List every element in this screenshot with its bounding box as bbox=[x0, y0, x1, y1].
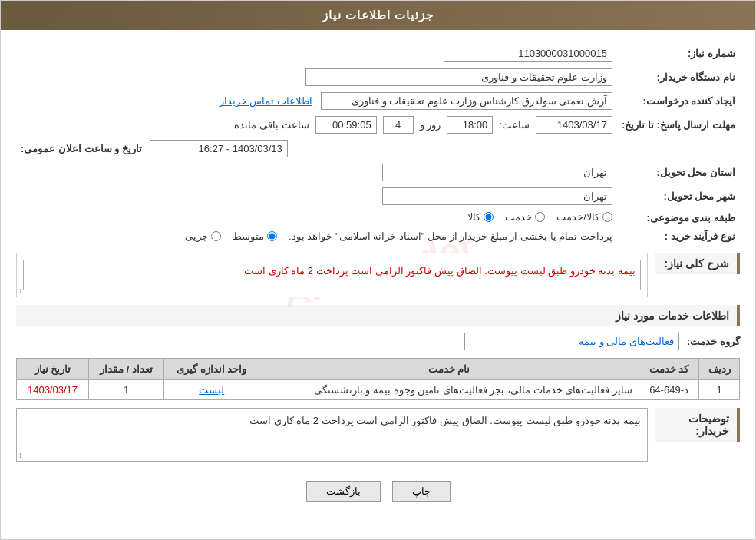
service-group-value: فعالیت‌های مالی و بیمه bbox=[464, 333, 679, 350]
cell-row: 1 bbox=[699, 380, 740, 400]
category-radio-kala-khidmat[interactable] bbox=[602, 212, 612, 222]
creator-link[interactable]: اطلاعات تماس خریدار bbox=[220, 95, 312, 107]
buyer-notes-text: بیمه بدنه خودرو طبق لیست پیوست. الصاق پی… bbox=[249, 415, 641, 426]
col-code: کد خدمت bbox=[639, 359, 699, 380]
city-label: شهر محل تحویل: bbox=[617, 184, 740, 208]
purchase-type-radio-mutawassit[interactable] bbox=[267, 231, 277, 241]
scroll-icon: ↕ bbox=[18, 287, 22, 295]
deadline-remaining-label: ساعت باقی مانده bbox=[234, 119, 309, 131]
purchase-type-note: پرداخت تمام یا بخشی از مبلغ خریدار از مح… bbox=[289, 230, 612, 242]
need-desc-label: شرح کلی نیاز: bbox=[655, 253, 740, 274]
cell-date: 1403/03/17 bbox=[17, 380, 89, 400]
buyer-notes-label: توضیحات خریدار: bbox=[655, 408, 740, 442]
deadline-label: مهلت ارسال پاسخ: تا تاریخ: bbox=[617, 113, 740, 137]
category-label: طبقه بندی موضوعی: bbox=[617, 208, 740, 227]
category-kala-label: کالا bbox=[467, 211, 480, 223]
need-desc-text: بیمه بدنه خودرو طبق لیست پیوست. الصاق پی… bbox=[244, 265, 636, 277]
main-info-table: شماره نیاز: 1103000031000015 نام دستگاه … bbox=[16, 41, 740, 245]
col-date: تاریخ نیاز bbox=[17, 359, 89, 380]
purchase-type-label: نوع فرآیند خرید : bbox=[617, 227, 740, 245]
category-kala-khidmat[interactable]: کالا/خدمت bbox=[556, 211, 612, 223]
province-label: استان محل تحویل: bbox=[617, 161, 740, 184]
cell-qty: 1 bbox=[88, 380, 163, 400]
page-title: جزئیات اطلاعات نیاز bbox=[322, 8, 434, 22]
col-name: نام خدمت bbox=[259, 359, 639, 380]
deadline-time-label: ساعت: bbox=[499, 119, 530, 131]
service-group-label: گروه خدمت: bbox=[687, 336, 740, 347]
category-radio-kala[interactable] bbox=[484, 212, 494, 222]
creator-value: آرش نعمتی سولدرق کارشناس وزارت علوم تحقی… bbox=[321, 92, 612, 110]
announce-label: تاریخ و ساعت اعلان عمومی: bbox=[21, 143, 142, 154]
cell-name: سایر فعالیت‌های خدمات مالی، بجز فعالیت‌ه… bbox=[259, 380, 639, 400]
buyer-notes-box: بیمه بدنه خودرو طبق لیست پیوست. الصاق پی… bbox=[16, 408, 648, 462]
requester-value: وزارت علوم تحقیقات و فناوری bbox=[305, 68, 612, 86]
purchase-type-radio-juzyi[interactable] bbox=[211, 231, 221, 241]
services-table: ردیف کد خدمت نام خدمت واحد اندازه گیری ت… bbox=[16, 358, 740, 400]
buyer-notes-scroll-icon: ↕ bbox=[18, 451, 22, 459]
category-khidmat[interactable]: خدمت bbox=[505, 211, 545, 223]
need-desc-value: بیمه بدنه خودرو طبق لیست پیوست. الصاق پی… bbox=[23, 260, 641, 290]
deadline-remaining: 00:59:05 bbox=[315, 116, 377, 134]
need-number-label: شماره نیاز: bbox=[617, 41, 740, 65]
back-button[interactable]: بازگشت bbox=[306, 481, 381, 502]
services-section-title: اطلاعات خدمات مورد نیاز bbox=[16, 305, 740, 326]
col-qty: تعداد / مقدار bbox=[88, 359, 163, 380]
cell-code: د-649-64 bbox=[639, 380, 699, 400]
requester-label: نام دستگاه خریدار: bbox=[617, 65, 740, 89]
col-row: ردیف bbox=[699, 359, 740, 380]
city-value: تهران bbox=[382, 187, 612, 205]
purchase-type-mutawassit[interactable]: متوسط bbox=[233, 230, 277, 242]
deadline-days: 4 bbox=[383, 116, 414, 134]
announce-value: 1403/03/13 - 16:27 bbox=[150, 140, 288, 157]
footer-buttons: چاپ بازگشت bbox=[16, 469, 740, 513]
category-khidmat-label: خدمت bbox=[505, 211, 532, 223]
purchase-type-juzyi-label: جزیی bbox=[185, 230, 208, 242]
cell-unit: لیست bbox=[164, 380, 259, 400]
category-radio-khidmat[interactable] bbox=[535, 212, 545, 222]
need-desc-box: بیمه بدنه خودرو طبق لیست پیوست. الصاق پی… bbox=[16, 253, 648, 297]
category-radio-group: کالا/خدمت خدمت کالا bbox=[467, 211, 612, 223]
purchase-type-juzyi[interactable]: جزیی bbox=[185, 230, 221, 242]
page-header: جزئیات اطلاعات نیاز bbox=[1, 1, 755, 30]
deadline-days-label: روز و bbox=[420, 119, 441, 131]
col-unit: واحد اندازه گیری bbox=[164, 359, 259, 380]
table-row: 1 د-649-64 سایر فعالیت‌های خدمات مالی، ب… bbox=[17, 380, 740, 400]
deadline-time: 18:00 bbox=[447, 116, 493, 134]
need-number-value: 1103000031000015 bbox=[444, 45, 612, 62]
creator-label: ایجاد کننده درخواست: bbox=[617, 89, 740, 113]
purchase-type-mutawassit-label: متوسط bbox=[233, 230, 264, 242]
province-value: تهران bbox=[382, 164, 612, 181]
print-button[interactable]: چاپ bbox=[392, 481, 451, 502]
deadline-date: 1403/03/17 bbox=[536, 116, 612, 134]
category-kala-khidmat-label: کالا/خدمت bbox=[556, 211, 599, 223]
unit-link[interactable]: لیست bbox=[199, 384, 224, 396]
category-kala[interactable]: کالا bbox=[467, 211, 494, 223]
